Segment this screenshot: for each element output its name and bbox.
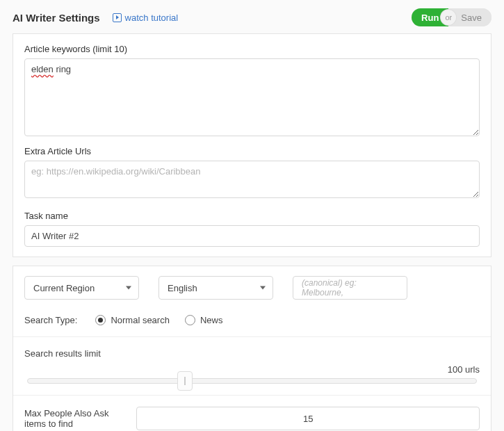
canonical-input[interactable]: (canonical) eg: Melbourne, [293, 276, 407, 300]
keyword-word: ring [54, 64, 71, 74]
radio-normal-search[interactable]: Normal search [95, 315, 170, 325]
radio-icon [185, 315, 195, 325]
max-paa-input[interactable] [136, 407, 480, 430]
page-title: AI Writer Settings [13, 12, 100, 24]
play-icon [113, 13, 122, 22]
keywords-group: Article keywords (limit 10) elden ring [24, 44, 480, 136]
slider-thumb[interactable] [177, 371, 193, 391]
search-limit-group: Search results limit 100 urls [24, 348, 480, 384]
search-limit-slider[interactable] [27, 378, 477, 384]
keywords-textarea[interactable]: elden ring [24, 58, 480, 136]
max-paa-label: Max People Also Ask items to find [24, 408, 125, 429]
article-panel: Article keywords (limit 10) elden ring E… [13, 33, 491, 257]
language-select[interactable]: English [158, 276, 273, 300]
task-name-label: Task name [24, 211, 480, 221]
watch-tutorial-link[interactable]: watch tutorial [113, 13, 179, 23]
chevron-down-icon [126, 286, 131, 290]
task-name-input[interactable] [24, 225, 480, 247]
radio-label: News [200, 315, 223, 325]
search-type-row: Search Type: Normal search News [24, 315, 480, 325]
divider [13, 395, 491, 396]
radio-label: Normal search [111, 315, 170, 325]
slider-wrap: 100 urls [24, 366, 480, 384]
extra-urls-textarea[interactable] [24, 161, 480, 198]
divider [13, 336, 491, 337]
max-paa-row: Max People Also Ask items to find [24, 407, 480, 430]
keywords-label: Article keywords (limit 10) [24, 44, 480, 54]
canonical-placeholder: (canonical) eg: Melbourne, [302, 278, 398, 298]
header-left: AI Writer Settings watch tutorial [13, 12, 178, 24]
search-limit-label: Search results limit [24, 348, 480, 359]
search-type-label: Search Type: [24, 315, 77, 325]
search-panel: Current Region English (canonical) eg: M… [13, 266, 491, 431]
keyword-word-misspelled: elden [31, 64, 54, 74]
run-save-toggle: Run or Save [412, 8, 491, 26]
selects-row: Current Region English (canonical) eg: M… [24, 276, 480, 300]
radio-news[interactable]: News [185, 315, 223, 325]
language-select-value: English [168, 283, 197, 293]
region-select-value: Current Region [33, 283, 95, 293]
region-select[interactable]: Current Region [24, 276, 139, 300]
header-bar: AI Writer Settings watch tutorial Run or… [0, 0, 504, 33]
extra-urls-label: Extra Article Urls [24, 146, 480, 156]
extra-urls-group: Extra Article Urls [24, 146, 480, 201]
slider-value-text: 100 urls [448, 364, 480, 375]
task-name-group: Task name [24, 211, 480, 247]
tutorial-label: watch tutorial [125, 13, 179, 23]
radio-icon [95, 315, 106, 325]
chevron-down-icon [260, 286, 266, 290]
